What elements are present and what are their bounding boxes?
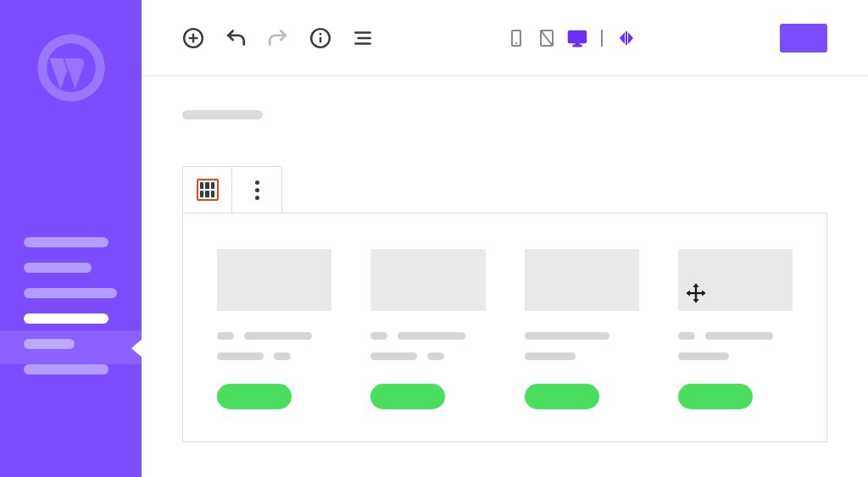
text-placeholder-icon [525,352,576,360]
product-card-2[interactable] [370,249,485,409]
svg-rect-19 [573,45,581,47]
sidebar-item-6[interactable] [24,364,108,374]
sidebar-item-3[interactable] [24,288,117,298]
svg-rect-22 [690,292,702,294]
wordpress-logo-icon [37,34,105,102]
tablet-view-button[interactable] [537,28,557,48]
topbar-divider [601,30,603,47]
admin-sidebar [0,0,142,477]
app-root [0,0,868,477]
sidebar-item-4-active[interactable] [24,313,108,324]
add-to-cart-button[interactable] [525,384,599,409]
product-price-row [370,352,485,360]
editor-canvas[interactable] [142,76,868,477]
sidebar-active-highlight [0,330,142,364]
topbar-actions [780,24,827,53]
text-placeholder-icon [244,332,312,340]
expand-view-button[interactable] [616,28,637,48]
undo-button[interactable] [225,27,247,49]
text-placeholder-icon [705,332,773,340]
text-placeholder-icon [427,352,444,360]
svg-line-15 [541,31,553,46]
info-button[interactable] [309,27,331,49]
product-meta-row [678,332,793,340]
products-grid-block[interactable] [182,213,827,442]
text-placeholder-icon [678,332,695,340]
list-view-button[interactable] [352,27,374,49]
editor-topbar [142,0,868,76]
product-price-row [217,352,331,360]
product-image-placeholder [217,249,331,311]
more-vertical-icon [255,180,259,200]
product-card-1[interactable] [217,249,331,409]
redo-button[interactable] [267,27,289,49]
add-to-cart-button[interactable] [217,384,292,409]
sidebar-item-1[interactable] [24,237,108,247]
product-card-3[interactable] [525,249,639,409]
svg-point-8 [320,32,322,35]
grid-icon [197,179,219,201]
product-card-4[interactable] [678,249,793,409]
topbar-view-switcher [506,28,637,48]
product-meta-row [217,332,331,340]
text-placeholder-icon [370,332,387,340]
text-placeholder-icon [525,332,609,340]
block-more-button[interactable] [232,167,281,213]
sidebar-item-2[interactable] [24,263,92,273]
text-placeholder-icon [274,352,291,360]
text-placeholder-icon [678,352,729,360]
svg-rect-17 [570,33,584,41]
text-placeholder-icon [217,352,264,360]
add-to-cart-button[interactable] [370,384,445,409]
text-placeholder-icon [398,332,465,340]
block-type-button[interactable] [183,167,232,213]
text-placeholder-icon [370,352,417,360]
desktop-view-button[interactable] [567,28,587,48]
move-cursor-icon [684,281,708,305]
add-block-button[interactable] [182,27,204,49]
product-image-placeholder [525,249,639,311]
svg-rect-20 [626,31,627,45]
editor-main [142,0,868,477]
page-title-placeholder[interactable] [182,110,263,119]
product-meta-row [370,332,485,340]
block-toolbar [182,166,282,214]
mobile-view-button[interactable] [506,28,526,48]
publish-button[interactable] [780,24,827,53]
topbar-left-tools [182,27,374,49]
add-to-cart-button[interactable] [678,384,753,409]
product-image-placeholder [370,249,485,311]
text-placeholder-icon [217,332,234,340]
